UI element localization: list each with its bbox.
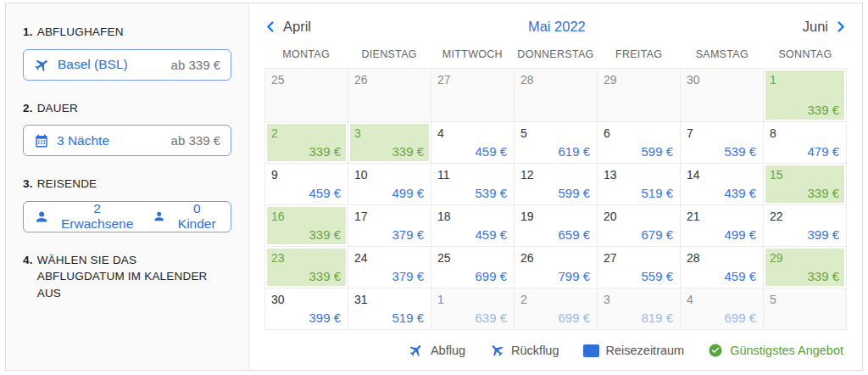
calendar-day-cell[interactable]: 18459 € (431, 205, 514, 246)
calendar-day-cell[interactable]: 3819 € (598, 288, 680, 329)
calendar-day-cell[interactable]: 24379 € (348, 247, 431, 288)
duration-from-price: ab 339 € (171, 133, 220, 148)
calendar-panel: April Mai 2022 Juni MONTAGDIENSTAGMITTWO… (249, 3, 862, 370)
day-price: 819 € (641, 311, 673, 325)
calendar-day-cell[interactable]: 4699 € (681, 288, 763, 329)
calendar-day-cell[interactable]: 17379 € (348, 205, 431, 246)
calendar-day-cell[interactable]: 1339 € (764, 69, 846, 121)
weekday-label: SONNTAG (764, 48, 847, 60)
duration-value: 3 Nächte (57, 133, 109, 148)
day-number: 19 (520, 210, 534, 223)
calendar-day-cell: 5 (764, 288, 846, 329)
child-person-icon (153, 210, 165, 223)
day-number: 13 (604, 168, 617, 182)
calendar-day-cell[interactable]: 21499 € (681, 205, 763, 246)
day-price: 799 € (558, 269, 590, 283)
day-price: 459 € (475, 144, 507, 159)
calendar-day-cell[interactable]: 1639 € (431, 288, 514, 329)
legend-return-label: Rückflug (511, 344, 559, 357)
calendar-day-cell[interactable]: 9459 € (265, 164, 348, 204)
day-price: 599 € (641, 144, 673, 159)
prev-month-label: April (283, 19, 311, 35)
day-number: 30 (687, 73, 700, 87)
day-price: 439 € (724, 186, 756, 200)
day-price: 399 € (309, 311, 341, 325)
adult-person-icon (34, 209, 49, 225)
children-value: 0 Kinder (173, 201, 220, 232)
calendar-day-cell[interactable]: 15339 € (764, 164, 846, 204)
calendar-day-cell[interactable]: 14439 € (681, 164, 763, 204)
calendar-day-cell[interactable]: 19659 € (515, 205, 597, 246)
day-price: 399 € (807, 227, 839, 242)
calendar-day-cell[interactable]: 3339 € (348, 122, 431, 163)
step-label-dauer: 2. DAUER (23, 100, 231, 117)
weekday-label: MITTWOCH (431, 48, 514, 60)
calendar-day-cell[interactable]: 16339 € (265, 205, 348, 246)
calendar-day-cell: 29 (598, 69, 680, 121)
day-number: 26 (520, 251, 534, 265)
day-price: 539 € (724, 144, 756, 159)
chevron-right-icon (834, 20, 847, 33)
day-price: 339 € (807, 103, 839, 117)
next-month-button[interactable]: Juni (803, 19, 847, 35)
day-price: 459 € (724, 269, 756, 283)
calendar-day-cell[interactable]: 2699 € (515, 288, 597, 329)
day-number: 4 (687, 293, 693, 306)
day-price: 519 € (641, 186, 673, 200)
day-number: 11 (437, 168, 450, 182)
airport-picker-button[interactable]: Basel (BSL) ab 339 € (23, 49, 231, 81)
travelers-picker-button[interactable]: 2 Erwachsene 0 Kinder (23, 201, 231, 232)
day-number: 3 (604, 293, 610, 306)
day-price: 599 € (558, 186, 590, 200)
calendar-day-cell[interactable]: 20679 € (598, 205, 680, 246)
calendar-day-cell[interactable]: 25699 € (431, 247, 514, 288)
legend-return: Rückflug (489, 343, 559, 358)
calendar-icon (34, 133, 49, 148)
day-number: 29 (770, 251, 783, 265)
day-number: 7 (687, 126, 693, 140)
calendar-day-cell[interactable]: 6599 € (598, 122, 680, 163)
calendar-day-cell[interactable]: 4459 € (431, 122, 514, 163)
calendar-day-cell[interactable]: 11539 € (431, 164, 514, 204)
prev-month-button[interactable]: April (264, 19, 311, 35)
step-number: 2. (23, 100, 33, 117)
calendar-day-cell[interactable]: 30399 € (265, 288, 348, 329)
day-number: 1 (770, 73, 776, 87)
flight-search-widget: 1. ABFLUGHAFEN Basel (BSL) ab 339 € 2. D… (5, 3, 863, 371)
day-price: 339 € (309, 227, 341, 242)
calendar-day-cell[interactable]: 8479 € (764, 122, 846, 163)
day-number: 23 (271, 251, 285, 265)
calendar-day-cell[interactable]: 5619 € (515, 122, 597, 163)
calendar-day-cell[interactable]: 31519 € (348, 288, 431, 329)
step-text: ABFLUGHAFEN (37, 24, 124, 41)
calendar-day-cell[interactable]: 7539 € (681, 122, 763, 163)
day-number: 3 (354, 126, 361, 140)
legend-period-label: Reisezeitraum (606, 344, 685, 357)
step-label-abflugdatum: 4. WÄHLEN SIE DAS ABFLUGDATUM IM KALENDE… (23, 252, 225, 302)
day-price: 499 € (392, 186, 424, 200)
calendar-day-cell: 25 (265, 69, 348, 121)
day-price: 539 € (475, 186, 507, 200)
calendar-day-cell[interactable]: 10499 € (348, 164, 431, 204)
calendar-day-cell[interactable]: 22399 € (764, 205, 846, 246)
calendar-day-cell[interactable]: 26799 € (515, 247, 597, 288)
day-number: 15 (770, 168, 783, 182)
departure-plane-icon (405, 339, 426, 361)
calendar-day-cell[interactable]: 12599 € (515, 164, 597, 204)
day-price: 559 € (641, 269, 673, 283)
calendar-day-cell[interactable]: 29339 € (764, 247, 846, 288)
calendar-day-cell[interactable]: 2339 € (265, 122, 348, 163)
day-price: 659 € (558, 227, 590, 242)
calendar-day-cell[interactable]: 28459 € (681, 247, 763, 288)
calendar-day-cell[interactable]: 23339 € (265, 247, 348, 288)
calendar-day-cell[interactable]: 27559 € (598, 247, 680, 288)
next-month-label: Juni (803, 19, 828, 35)
day-number: 5 (770, 293, 776, 306)
day-number: 31 (354, 293, 368, 306)
calendar-day-cell[interactable]: 13519 € (598, 164, 680, 204)
chevron-left-icon (264, 20, 277, 33)
day-number: 25 (271, 73, 285, 87)
day-number: 9 (271, 168, 278, 182)
duration-picker-button[interactable]: 3 Nächte ab 339 € (23, 125, 231, 156)
legend-best-offer: Günstigstes Angebot (708, 343, 843, 358)
